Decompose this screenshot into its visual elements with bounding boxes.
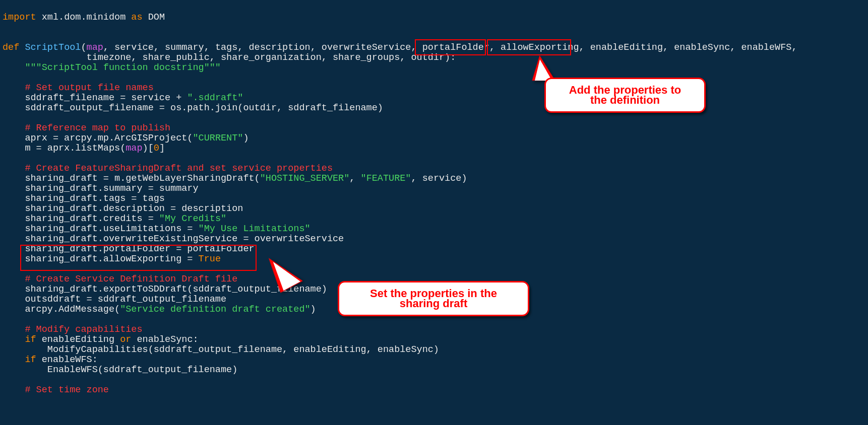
token: , service) (411, 173, 467, 184)
string: ".sddraft" (187, 93, 243, 103)
token: )[ (143, 143, 154, 154)
arg-map: map (126, 143, 142, 154)
code-line: aprx = arcpy.mp.ArcGISProject( (3, 133, 193, 144)
code-line: sharing_draft.summary = summary (3, 183, 199, 194)
string: "My Credits" (159, 214, 226, 224)
callout-set-properties: Set the properties in the sharing draft (338, 281, 529, 316)
paren: ) (311, 304, 316, 315)
callout-text-line: sharing draft (400, 297, 467, 310)
kw-import: import (3, 12, 36, 23)
kw-if: if (25, 334, 36, 345)
comment: # Modify capabilities (3, 324, 143, 335)
param-list-cont: timezone, share_public, share_organizati… (3, 52, 456, 63)
paren: ( (81, 42, 86, 53)
const-true: True (199, 254, 221, 264)
callout-add-properties: Add the properties to the definition (544, 78, 706, 113)
string: "CURRENT" (193, 133, 243, 144)
callout-text-line: the definition (590, 94, 660, 106)
code-line: ModifyCapabilities(sddraft_output_filena… (3, 344, 439, 355)
comment: # Reference map to publish (3, 123, 170, 133)
code-line: sharing_draft.overwriteExistingService =… (3, 234, 344, 244)
code-line: sharing_draft.portalFolder = portalFolde… (3, 244, 255, 254)
comment: # Create FeatureSharingDraft and set ser… (3, 163, 333, 174)
indent (3, 355, 25, 365)
docstring: """ScriptTool function docstring""" (3, 62, 221, 73)
token: enableSync: (131, 334, 198, 345)
code-line: sharing_draft.credits = (3, 214, 159, 224)
param-map: map (87, 42, 103, 53)
comment: # Set time zone (3, 385, 109, 395)
number: 0 (154, 143, 159, 154)
code-line: sharing_draft.allowExporting = (3, 254, 199, 264)
function-name: ScriptTool (19, 42, 81, 53)
code-line: m = aprx.listMaps( (3, 143, 126, 154)
string: "Service definition draft created" (120, 304, 310, 315)
paren: ) (243, 133, 249, 144)
string: "HOSTING_SERVER" (260, 173, 350, 184)
kw-def: def (3, 42, 19, 53)
kw-or: or (120, 334, 131, 345)
code-line: sharing_draft = m.getWebLayerSharingDraf… (3, 173, 260, 184)
code-line: sddraft_filename = service + (3, 93, 187, 103)
kw-if: if (25, 355, 36, 365)
token: , (349, 173, 360, 184)
kw-as: as (131, 12, 142, 23)
comment: # Set output file names (3, 83, 154, 93)
code-line: sharing_draft.description = description (3, 203, 243, 214)
token: enableWFS: (36, 355, 98, 365)
code-line: arcpy.AddMessage( (3, 304, 120, 315)
code-line: sddraft_output_filename = os.path.join(o… (3, 103, 383, 113)
code-line: sharing_draft.useLimitations = (3, 224, 199, 234)
string: "My Use Limitations" (199, 224, 311, 234)
indent (3, 334, 25, 345)
string: "FEATURE" (361, 173, 411, 184)
comment: # Create Service Definition Draft file (3, 274, 237, 285)
code-line: EnableWFS(sddraft_output_filename) (3, 365, 237, 375)
token: enableEditing (36, 334, 120, 345)
code-editor-content[interactable]: import xml.dom.minidom as DOM def Script… (3, 13, 797, 395)
token: xml.dom.minidom (36, 12, 132, 23)
code-line: outsddraft = sddraft_output_filename (3, 294, 226, 305)
token: ] (159, 143, 165, 154)
token: DOM (143, 12, 165, 23)
param-list: , service, summary, tags, description, o… (103, 42, 797, 53)
code-line: sharing_draft.tags = tags (3, 193, 165, 204)
